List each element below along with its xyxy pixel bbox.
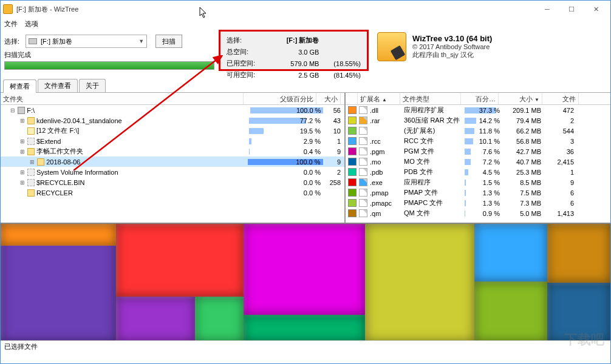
extension-row[interactable]: .pgmPGM 文件7.6 %42.7 MB36 bbox=[346, 146, 610, 157]
window-title: [F:] 新加卷 - WizTree bbox=[16, 5, 535, 14]
app-icon bbox=[3, 4, 13, 14]
product-name: WizTree v3.10 (64 bit) bbox=[412, 34, 492, 43]
file-icon bbox=[359, 199, 367, 207]
color-swatch bbox=[348, 137, 357, 145]
extension-row[interactable]: .exe应用程序1.5 %8.5 MB9 bbox=[346, 177, 610, 187]
file-icon bbox=[359, 189, 367, 197]
chevron-down-icon: ▼ bbox=[138, 38, 144, 44]
col-parent-pct[interactable]: 父级百分比 bbox=[244, 93, 316, 104]
file-icon bbox=[359, 209, 367, 217]
extension-row[interactable]: .rccRCC 文件10.1 %56.8 MB3 bbox=[346, 136, 610, 146]
tree-item-name: 2018-08-06 bbox=[46, 158, 248, 166]
tree-row[interactable]: RECYCLER0.0 % bbox=[1, 187, 344, 198]
tree-row[interactable]: ⊞$Extend2.9 %1 bbox=[1, 136, 344, 146]
close-button[interactable]: ✕ bbox=[584, 2, 608, 16]
col-filetype[interactable]: 文件类型 bbox=[400, 93, 461, 104]
color-swatch bbox=[348, 106, 357, 114]
product-copyright: © 2017 Antibody Software bbox=[412, 43, 492, 50]
folder-icon bbox=[37, 158, 44, 166]
scan-status: 扫描完成 bbox=[4, 50, 31, 59]
status-bar: 已选择文件 bbox=[1, 340, 610, 352]
extension-row[interactable]: .pmapPMAP 文件1.3 %7.5 MB6 bbox=[346, 187, 610, 198]
tree-row[interactable]: ⊞2018-08-06100.0 %9 bbox=[1, 157, 344, 167]
title-bar: [F:] 新加卷 - WizTree ─ ☐ ✕ bbox=[1, 1, 610, 18]
system-folder-icon bbox=[27, 169, 35, 176]
expander-icon[interactable]: ⊞ bbox=[19, 118, 25, 124]
maximize-button[interactable]: ☐ bbox=[559, 2, 584, 16]
col-folder[interactable]: 文件夹 bbox=[1, 93, 244, 104]
tree-item-name: RECYCLER bbox=[36, 189, 249, 197]
expander-icon[interactable]: ⊟ bbox=[10, 107, 16, 113]
treemap-block[interactable] bbox=[474, 281, 547, 340]
tree-row[interactable]: ⊞李畅工作文件夹0.4 %9 bbox=[1, 146, 344, 157]
extension-row[interactable]: .moMO 文件7.2 %40.7 MB2,415 bbox=[346, 157, 610, 167]
treemap-block[interactable] bbox=[244, 224, 365, 315]
color-swatch bbox=[348, 199, 357, 207]
expander-icon[interactable]: ⊞ bbox=[29, 159, 35, 165]
tree-item-name: $RECYCLE.BIN bbox=[36, 179, 249, 186]
tree-row[interactable]: ⊞kdenlive-20.04.1_standalone77.2 %43 bbox=[1, 115, 344, 126]
expander-icon[interactable]: ⊞ bbox=[19, 149, 25, 155]
color-swatch bbox=[348, 116, 357, 124]
extension-row[interactable]: (无扩展名)11.8 %66.2 MB544 bbox=[346, 126, 610, 136]
scan-progress bbox=[4, 61, 214, 70]
extension-row[interactable]: .qmQM 文件0.9 %5.0 MB1,413 bbox=[346, 208, 610, 218]
file-icon bbox=[359, 178, 367, 186]
folder-icon bbox=[27, 189, 35, 197]
file-icon bbox=[359, 137, 367, 145]
extension-row[interactable]: .dll应用程序扩展37.3 %209.1 MB472 bbox=[346, 105, 610, 115]
extension-row[interactable]: .pmapcPMAPC 文件1.3 %7.3 MB6 bbox=[346, 198, 610, 208]
drive-select[interactable]: [F:] 新加卷 ▼ bbox=[26, 35, 147, 48]
menu-file[interactable]: 文件 bbox=[4, 19, 18, 29]
col-ext-size[interactable]: 大小 ▼ bbox=[499, 93, 542, 104]
col-ext[interactable]: 扩展名 ▲ bbox=[358, 93, 400, 104]
treemap-block[interactable] bbox=[195, 297, 244, 340]
extension-row[interactable]: .rar360压缩 RAR 文件14.2 %79.4 MB2 bbox=[346, 115, 610, 126]
file-icon bbox=[359, 127, 367, 135]
color-swatch bbox=[348, 189, 357, 197]
minimize-button[interactable]: ─ bbox=[535, 2, 559, 16]
drive-select-text: [F:] 新加卷 bbox=[41, 37, 72, 46]
tab-tree-view[interactable]: 树查看 bbox=[3, 79, 36, 93]
select-drive-label: 选择: bbox=[4, 32, 19, 46]
treemap-block[interactable] bbox=[244, 315, 365, 340]
treemap[interactable] bbox=[1, 223, 610, 340]
color-swatch bbox=[348, 127, 357, 135]
wiztree-logo-icon bbox=[377, 32, 406, 61]
tree-row[interactable]: [12 文件在 F:\]19.5 %10 bbox=[1, 126, 344, 136]
tree-row[interactable]: ⊟F:\100.0 %56 bbox=[1, 105, 344, 115]
system-folder-icon bbox=[27, 138, 35, 145]
file-icon bbox=[359, 158, 367, 166]
extension-row[interactable]: .pdbPDB 文件4.5 %25.3 MB1 bbox=[346, 167, 610, 177]
tree-item-name: kdenlive-20.04.1_standalone bbox=[36, 117, 249, 124]
treemap-block[interactable] bbox=[547, 283, 610, 340]
tree-item-name: [12 文件在 F:\] bbox=[36, 126, 249, 135]
treemap-block[interactable] bbox=[474, 224, 547, 281]
col-size[interactable]: 大小 bbox=[316, 93, 341, 104]
menu-options[interactable]: 选项 bbox=[25, 19, 38, 29]
treemap-block[interactable] bbox=[116, 297, 195, 340]
drive-icon bbox=[18, 107, 25, 114]
hdd-icon bbox=[29, 38, 37, 44]
expander-icon[interactable]: ⊞ bbox=[19, 138, 25, 144]
folder-icon bbox=[27, 127, 35, 135]
extension-pane: 扩展名 ▲ 文件类型 百分… 大小 ▼ 文件 .dll应用程序扩展37.3 %2… bbox=[346, 93, 610, 223]
tree-row[interactable]: ⊞$RECYCLE.BIN0.0 %258 bbox=[1, 177, 344, 187]
col-files[interactable]: 文件 bbox=[542, 93, 579, 104]
treemap-block[interactable] bbox=[547, 224, 610, 283]
product-credit: 此程序由 th_sjy 汉化 bbox=[412, 50, 492, 59]
scan-button[interactable]: 扫描 bbox=[155, 35, 182, 48]
col-pct[interactable]: 百分… bbox=[461, 93, 499, 104]
menu-bar: 文件 选项 bbox=[1, 18, 610, 30]
expander-icon[interactable]: ⊞ bbox=[19, 180, 25, 186]
tree-item-name: F:\ bbox=[27, 107, 250, 114]
file-icon bbox=[359, 168, 367, 176]
expander-icon[interactable]: ⊞ bbox=[19, 169, 25, 175]
tree-row[interactable]: ⊞System Volume Information0.0 %2 bbox=[1, 167, 344, 177]
treemap-block[interactable] bbox=[1, 224, 116, 246]
treemap-block[interactable] bbox=[365, 224, 474, 340]
tab-about[interactable]: 关于 bbox=[79, 79, 106, 92]
treemap-block[interactable] bbox=[116, 224, 244, 297]
tree-item-name: System Volume Information bbox=[36, 169, 249, 176]
tab-file-view[interactable]: 文件查看 bbox=[38, 79, 78, 92]
